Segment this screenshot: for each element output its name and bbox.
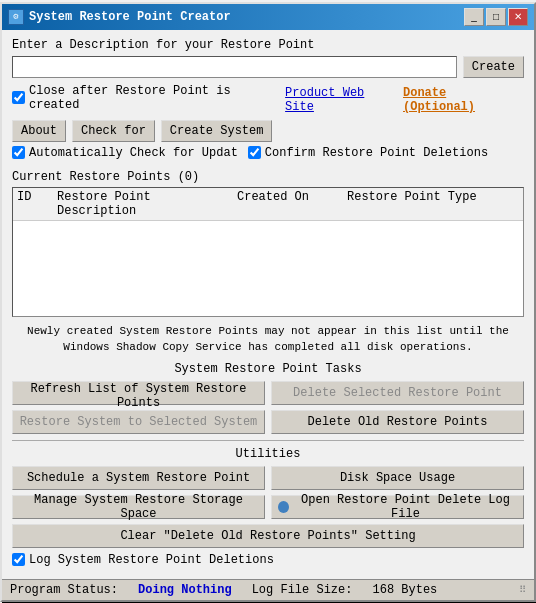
auto-check-row: Automatically Check for Updat xyxy=(12,146,238,160)
auto-check-label: Automatically Check for Updat xyxy=(29,146,238,160)
close-links-row: Close after Restore Point is created Pro… xyxy=(12,84,524,116)
utilities-section-header: Utilities xyxy=(12,447,524,461)
col-type: Restore Point Type xyxy=(347,190,519,218)
log-file-value: 168 Bytes xyxy=(372,583,437,597)
manage-storage-button[interactable]: Manage System Restore Storage Space xyxy=(12,495,265,519)
refresh-button[interactable]: Refresh List of System Restore Points xyxy=(12,381,265,405)
log-checkbox[interactable] xyxy=(12,553,25,566)
close-checkbox[interactable] xyxy=(12,91,25,104)
col-id: ID xyxy=(17,190,57,218)
auto-check-checkbox[interactable] xyxy=(12,146,25,159)
product-web-site-link[interactable]: Product Web Site xyxy=(285,86,399,114)
open-log-button[interactable]: Open Restore Point Delete Log File xyxy=(271,495,524,519)
confirm-del-checkbox[interactable] xyxy=(248,146,261,159)
close-checkbox-label: Close after Restore Point is created xyxy=(29,84,285,112)
task-row-2: Restore System to Selected System Delete… xyxy=(12,410,524,434)
disk-icon xyxy=(278,501,289,513)
title-bar-left: ⚙ System Restore Point Creator xyxy=(8,9,231,25)
open-log-label: Open Restore Point Delete Log File xyxy=(294,493,517,521)
about-button[interactable]: About xyxy=(12,120,66,142)
clear-setting-button[interactable]: Clear "Delete Old Restore Points" Settin… xyxy=(12,524,524,548)
confirm-del-label: Confirm Restore Point Deletions xyxy=(265,146,488,160)
col-created: Created On xyxy=(237,190,347,218)
create-button[interactable]: Create xyxy=(463,56,524,78)
log-checkbox-row: Log System Restore Point Deletions xyxy=(12,553,524,567)
table-header: ID Restore Point Description Created On … xyxy=(13,188,523,221)
content-area: Enter a Description for your Restore Poi… xyxy=(2,30,534,579)
title-controls: _ □ ✕ xyxy=(464,8,528,26)
donate-link[interactable]: Donate (Optional) xyxy=(403,86,524,114)
check-for-button[interactable]: Check for xyxy=(72,120,155,142)
log-checkbox-label: Log System Restore Point Deletions xyxy=(29,553,274,567)
dual-checkbox-row: Automatically Check for Updat Confirm Re… xyxy=(12,146,524,164)
program-status-value: Doing Nothing xyxy=(138,583,232,597)
restore-points-table: ID Restore Point Description Created On … xyxy=(12,187,524,317)
delete-old-button[interactable]: Delete Old Restore Points xyxy=(271,410,524,434)
window-icon: ⚙ xyxy=(8,9,24,25)
util-row-1: Schedule a System Restore Point Disk Spa… xyxy=(12,466,524,490)
main-window: ⚙ System Restore Point Creator _ □ ✕ Ent… xyxy=(0,2,536,602)
title-bar: ⚙ System Restore Point Creator _ □ ✕ xyxy=(2,4,534,30)
divider-1 xyxy=(12,440,524,441)
info-text: Newly created System Restore Points may … xyxy=(12,323,524,356)
restore-system-button[interactable]: Restore System to Selected System xyxy=(12,410,265,434)
window-title: System Restore Point Creator xyxy=(29,10,231,24)
program-status-label: Program Status: xyxy=(10,583,118,597)
create-system-button[interactable]: Create System xyxy=(161,120,273,142)
action-buttons-row: About Check for Create System xyxy=(12,120,524,142)
description-label: Enter a Description for your Restore Poi… xyxy=(12,38,524,52)
tasks-section-header: System Restore Point Tasks xyxy=(12,362,524,376)
disk-space-button[interactable]: Disk Space Usage xyxy=(271,466,524,490)
close-button[interactable]: ✕ xyxy=(508,8,528,26)
links-row: Product Web Site Donate (Optional) xyxy=(285,86,524,114)
close-checkbox-row: Close after Restore Point is created xyxy=(12,84,285,112)
schedule-button[interactable]: Schedule a System Restore Point xyxy=(12,466,265,490)
description-input-row: Create xyxy=(12,56,524,78)
restore-points-header: Current Restore Points (0) xyxy=(12,170,524,184)
util-row-2: Manage System Restore Storage Space Open… xyxy=(12,495,524,519)
col-description: Restore Point Description xyxy=(57,190,237,218)
delete-selected-button[interactable]: Delete Selected Restore Point xyxy=(271,381,524,405)
description-input[interactable] xyxy=(12,56,457,78)
minimize-button[interactable]: _ xyxy=(464,8,484,26)
status-bar: Program Status: Doing Nothing Log File S… xyxy=(2,579,534,600)
maximize-button[interactable]: □ xyxy=(486,8,506,26)
log-file-label: Log File Size: xyxy=(252,583,353,597)
confirm-del-row: Confirm Restore Point Deletions xyxy=(248,146,488,160)
task-row-1: Refresh List of System Restore Points De… xyxy=(12,381,524,405)
resize-handle: ⠿ xyxy=(519,584,526,596)
